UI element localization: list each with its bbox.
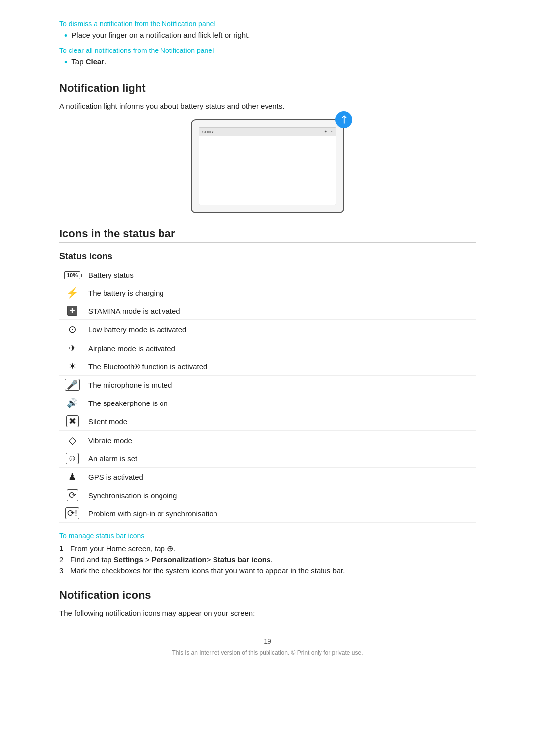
alarm-icon: ☺ — [66, 453, 79, 464]
footer-note: This is an Internet version of this publ… — [59, 649, 476, 656]
status-icon-cell: ✶ — [59, 357, 85, 376]
status-icons-table: 10% Battery status ⚡ The battery is char… — [59, 267, 476, 523]
page-content: To dismiss a notification from the Notif… — [59, 20, 476, 656]
status-icon-cell: 10% — [59, 267, 85, 283]
clear-bullet-item: • Tap Clear. — [64, 57, 476, 68]
status-icon-desc: Airplane mode is activated — [85, 339, 476, 357]
device-frame: SONY ✦ • ↗ — [191, 119, 344, 213]
lowbattery-icon: ⊙ — [68, 324, 77, 335]
dismiss-bullet-dot: • — [64, 31, 67, 42]
speakerphone-icon: 🔊 — [67, 398, 78, 408]
status-icon-row: ✚ STAMINA mode is activated — [59, 302, 476, 320]
notification-light-arrow: ↗ — [336, 112, 351, 128]
notification-icons-desc: The following notification icons may app… — [59, 609, 476, 617]
notification-light-heading: Notification light — [59, 82, 476, 97]
status-icon-row: ⚡ The battery is charging — [59, 283, 476, 302]
status-icon-row: 🔊 The speakerphone is on — [59, 394, 476, 412]
clear-section: To clear all notifications from the Noti… — [59, 47, 476, 68]
syncproblem-icon: ⟳! — [65, 507, 79, 519]
status-icon-cell: 🔊 — [59, 394, 85, 412]
status-icon-desc: Battery status — [85, 267, 476, 283]
status-icon-desc: STAMINA mode is activated — [85, 302, 476, 320]
status-icon-cell: ✖ — [59, 412, 85, 431]
dismiss-section: To dismiss a notification from the Notif… — [59, 20, 476, 42]
status-icon-desc: The battery is charging — [85, 283, 476, 302]
clear-bullet-dot: • — [64, 57, 67, 68]
status-icon-desc: Silent mode — [85, 412, 476, 431]
status-icon-cell: ⟳ — [59, 486, 85, 504]
status-icon-cell: ✈ — [59, 339, 85, 357]
status-icon-row: ♟ GPS is activated — [59, 468, 476, 486]
status-icon-cell: ✚ — [59, 302, 85, 320]
status-icon-row: 10% Battery status — [59, 267, 476, 283]
status-icon-desc: An alarm is set — [85, 450, 476, 468]
status-icon-cell: ◇ — [59, 431, 85, 450]
status-icon-row: ◇ Vibrate mode — [59, 431, 476, 450]
status-icon-cell: ⚡ — [59, 283, 85, 302]
manage-steps-list: 1 From your Home screen, tap ⊕. 2 Find a… — [59, 544, 476, 575]
stamina-icon: ✚ — [67, 306, 77, 316]
notification-icons-heading: Notification icons — [59, 589, 476, 604]
status-icon-row: ✶ The Bluetooth® function is activated — [59, 357, 476, 376]
status-icon-desc: The microphone is muted — [85, 376, 476, 394]
bluetooth-icon: ✶ — [69, 361, 76, 371]
dismiss-bullet-item: • Place your finger on a notification an… — [64, 31, 476, 42]
page-number: 19 — [59, 637, 476, 645]
dismiss-bullet-text: Place your finger on a notification and … — [71, 31, 250, 39]
silent-icon: ✖ — [66, 415, 79, 427]
manage-link: To manage status bar icons — [59, 532, 476, 540]
device-image-wrapper: SONY ✦ • ↗ — [59, 119, 476, 213]
gps-icon: ♟ — [68, 472, 76, 482]
airplane-icon: ✈ — [69, 343, 76, 353]
status-icon-desc: Problem with sign-in or synchronisation — [85, 504, 476, 523]
status-icon-desc: The Bluetooth® function is activated — [85, 357, 476, 376]
manage-step-3: 3 Mark the checkboxes for the system ico… — [59, 566, 476, 575]
status-icon-cell: ♟ — [59, 468, 85, 486]
status-icon-desc: The speakerphone is on — [85, 394, 476, 412]
icons-status-bar-heading: Icons in the status bar — [59, 227, 476, 243]
status-icon-desc: GPS is activated — [85, 468, 476, 486]
status-icon-row: ✖ Silent mode — [59, 412, 476, 431]
dismiss-link: To dismiss a notification from the Notif… — [59, 20, 476, 28]
status-icon-row: ⟳! Problem with sign-in or synchronisati… — [59, 504, 476, 523]
mic-icon: 🎤 — [65, 379, 80, 391]
device-statusbar: SONY ✦ • — [199, 128, 336, 136]
status-icon-row: ⟳ Synchronisation is ongoing — [59, 486, 476, 504]
manage-step-1: 1 From your Home screen, tap ⊕. — [59, 544, 476, 553]
status-icon-cell: ⊙ — [59, 320, 85, 339]
manage-step-2: 2 Find and tap Settings > Personalizatio… — [59, 555, 476, 564]
status-icon-row: ☺ An alarm is set — [59, 450, 476, 468]
vibrate-icon: ◇ — [69, 435, 76, 446]
status-icon-desc: Vibrate mode — [85, 431, 476, 450]
status-icon-cell: 🎤 — [59, 376, 85, 394]
bolt-icon: ⚡ — [66, 287, 79, 298]
status-icon-cell: ☺ — [59, 450, 85, 468]
device-brand: SONY — [202, 130, 214, 134]
notification-light-desc: A notification light informs you about b… — [59, 102, 476, 110]
status-icons-heading: Status icons — [59, 252, 476, 262]
device-status-icons: ✦ • — [324, 130, 333, 134]
notification-light: ↗ — [335, 111, 352, 128]
battery-icon: 10% — [64, 271, 80, 279]
status-icon-cell: ⟳! — [59, 504, 85, 523]
status-icon-desc: Low battery mode is activated — [85, 320, 476, 339]
status-icon-row: ✈ Airplane mode is activated — [59, 339, 476, 357]
clear-bullet-text: Tap Clear. — [71, 57, 106, 66]
sync-icon: ⟳ — [67, 489, 78, 501]
status-icon-desc: Synchronisation is ongoing — [85, 486, 476, 504]
status-icon-row: 🎤 The microphone is muted — [59, 376, 476, 394]
status-icon-row: ⊙ Low battery mode is activated — [59, 320, 476, 339]
clear-link: To clear all notifications from the Noti… — [59, 47, 476, 54]
device-inner: SONY ✦ • — [199, 127, 336, 205]
